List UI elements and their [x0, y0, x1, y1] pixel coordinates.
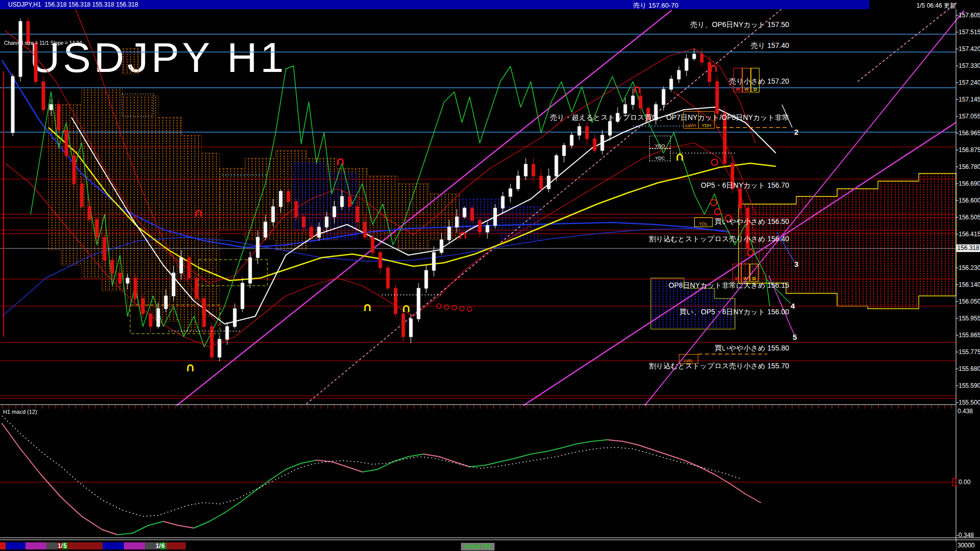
- price-axis-label: 155.680: [959, 365, 980, 372]
- price-axis-label: 155.955: [959, 315, 980, 322]
- price-axis-label: 157.055: [959, 113, 980, 120]
- trade-annotation: 売り 157.40: [751, 41, 789, 51]
- macd-line: [179, 525, 194, 528]
- price-axis-label: 155.865: [959, 332, 980, 339]
- macd-line: [500, 458, 516, 462]
- macd-on-button[interactable]: macd ON: [461, 543, 495, 550]
- mt4-chart-window: USDJPY,H1 156.318 156.318 155.318 156.31…: [0, 0, 980, 551]
- reversal-arrow-icon: ∩: [632, 82, 641, 95]
- label-box-lwh: LWH: [683, 111, 699, 129]
- macd-line: [117, 533, 133, 535]
- macd-line: [393, 457, 408, 462]
- reversal-arrow-icon: ∩: [194, 205, 203, 219]
- trade-annotation: 買いやや小さめ 156.50: [715, 217, 789, 227]
- session-segment: [167, 542, 186, 549]
- price-axis-label: 156.230: [959, 264, 980, 271]
- macd-line: [730, 484, 745, 494]
- mwd-range-box: MWD: [732, 264, 758, 282]
- timeline-date-label: 1/6: [156, 542, 165, 549]
- price-axis-label: 156.140: [959, 281, 980, 288]
- macd-line: [362, 469, 378, 472]
- macd-line: [255, 480, 271, 491]
- timeline-date-label: 1/5: [58, 542, 67, 549]
- macd-line: [194, 521, 209, 528]
- price-axis-label: 156.505: [959, 214, 980, 221]
- reversal-arrow-icon: ∩: [675, 149, 684, 163]
- macd-panel-label: H1 macd (12): [3, 409, 37, 415]
- price-axis-label: 156.965: [959, 130, 980, 137]
- macd-line: [133, 525, 148, 533]
- price-axis-label: 157.240: [959, 79, 980, 86]
- price-axis-label: 157.145: [959, 96, 980, 103]
- macd-line: [408, 454, 424, 457]
- trade-annotation: 割り込むとストップロス売り小さめ 156.40: [649, 235, 789, 244]
- macd-line: [653, 450, 669, 455]
- wave-number-3: 3: [794, 260, 798, 268]
- price-axis-label: 157.330: [959, 62, 980, 69]
- current-price-box: 156.318: [957, 244, 980, 252]
- session-segment: [46, 542, 58, 549]
- reversal-arrow-icon: ∩: [402, 300, 410, 314]
- macd-signal-line: [2, 416, 740, 516]
- trade-annotation: 割り込むとストップロス売り小さめ 155.70: [649, 362, 789, 371]
- macd-line: [209, 513, 225, 521]
- price-axis-label: 156.780: [959, 163, 980, 170]
- macd-line: [301, 460, 316, 463]
- session-segment: [124, 542, 145, 549]
- price-axis-label: 155.500: [959, 399, 980, 406]
- macd-line: [592, 440, 607, 441]
- macd-line: [102, 530, 117, 535]
- macd-line: [61, 497, 82, 516]
- macd-line: [516, 454, 531, 458]
- label-box-ydh: YDH: [698, 111, 715, 129]
- macd-axis-zero: 0.00: [959, 479, 970, 486]
- macd-line: [470, 465, 485, 467]
- volume-axis-label: 30000: [958, 542, 974, 549]
- price-axis-label: 156.050: [959, 298, 980, 305]
- reversal-arrow-icon: ∩: [363, 299, 372, 313]
- macd-line: [20, 449, 41, 474]
- price-axis-label: 157.420: [959, 45, 980, 53]
- macd-axis-max: 0.438: [958, 408, 973, 415]
- mwd-cell-m: M: [732, 264, 741, 282]
- mwd-range-box: MWD: [733, 68, 760, 92]
- dot-marker-icon: [445, 305, 449, 310]
- session-segment: [103, 542, 124, 549]
- session-segment: [0, 542, 6, 549]
- reversal-arrow-icon: ∩: [458, 227, 467, 241]
- macd-line: [531, 452, 546, 454]
- macd-line: [82, 516, 102, 530]
- price-axis-label: 155.775: [959, 348, 980, 356]
- trade-annotation: OP8日NYカット非常に大きめ 156.15: [669, 281, 789, 290]
- mwd-cell-m: M: [733, 68, 742, 92]
- mwd-cell-w: W: [742, 68, 751, 92]
- price-axis-label: 156.600: [959, 197, 980, 204]
- trade-annotation: 売り・超えるとストップロス買い、OP7日NYカット/OP8日NYカット非常: [550, 113, 789, 122]
- ichimoku-cloud: [293, 163, 357, 240]
- macd-line: [378, 462, 393, 469]
- macd-line: [332, 462, 347, 467]
- wave-number-5: 5: [793, 333, 797, 341]
- macd-line: [669, 455, 684, 460]
- price-axis-label: 156.415: [959, 231, 980, 238]
- macd-line: [684, 460, 699, 467]
- trade-annotation: 買い、OP5・6日NYカット 156.00: [679, 308, 789, 317]
- price-axis-label: 155.590: [959, 382, 980, 389]
- macd-line: [454, 462, 470, 467]
- ring-marker-icon: [715, 209, 721, 215]
- price-chart-canvas[interactable]: ∩∩∩∩∩∩∩∩∩: [0, 0, 980, 551]
- macd-line: [485, 462, 500, 465]
- trade-annotation: OP5・6日NYカット 156.70: [701, 181, 789, 190]
- label-box-ydc: YDC: [649, 148, 671, 161]
- trade-annotation: 売り、OP6日NYカット 157.50: [691, 20, 789, 30]
- mwd-cell-d: D: [750, 264, 758, 282]
- mwd-cell-d: D: [751, 68, 760, 92]
- macd-line: [225, 503, 240, 513]
- macd-line: [623, 441, 638, 445]
- macd-line: [163, 521, 179, 525]
- macd-line: [424, 454, 439, 457]
- ring-marker-icon: [712, 159, 718, 165]
- macd-axis-min: -0.348: [957, 532, 974, 539]
- macd-line: [286, 463, 301, 469]
- macd-line: [638, 445, 653, 450]
